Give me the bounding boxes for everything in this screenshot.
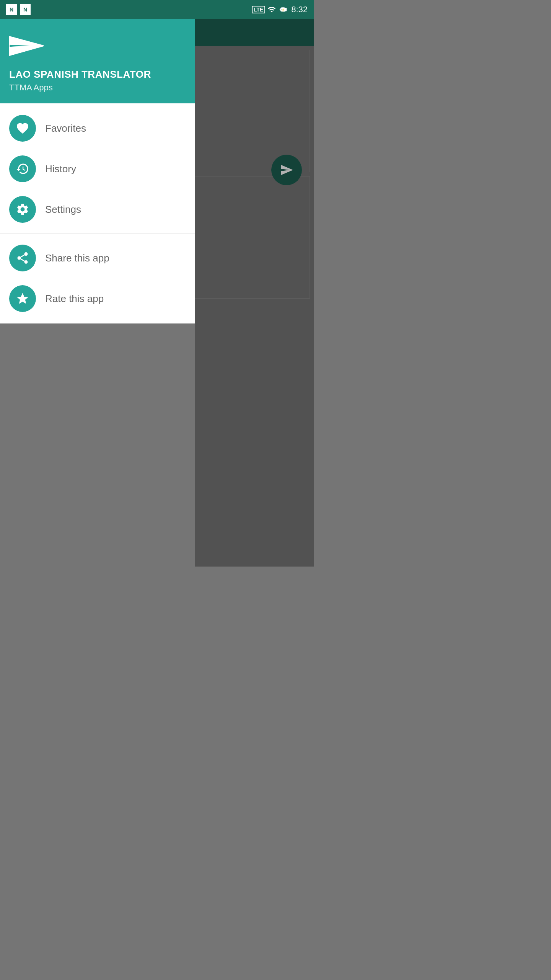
svg-rect-0 (285, 8, 286, 10)
settings-label: Settings (45, 204, 81, 216)
paper-plane-icon (9, 33, 44, 59)
app-container: SPANISH (0, 19, 314, 567)
drawer-divider (0, 234, 195, 234)
menu-item-settings[interactable]: Settings (0, 189, 195, 230)
favorites-label: Favorites (45, 122, 86, 134)
status-bar-right: LTE ⚡ 8:32 (252, 5, 308, 15)
status-bar: N N LTE ⚡ 8:32 (0, 0, 314, 19)
lte-icon: LTE (252, 6, 265, 13)
star-icon (16, 292, 29, 305)
drawer-menu: Favorites History Settings (0, 103, 195, 323)
share-label: Share this app (45, 252, 109, 264)
share-icon (16, 251, 29, 265)
status-icons: LTE ⚡ (252, 5, 288, 14)
rate-label: Rate this app (45, 293, 104, 305)
drawer: LAO SPANISH TRANSLATOR TTMA Apps Favorit… (0, 19, 195, 567)
clock-icon (16, 162, 29, 176)
rate-icon-circle (9, 285, 36, 312)
notification-icon-1: N (6, 4, 17, 15)
menu-item-history[interactable]: History (0, 149, 195, 189)
heart-icon (16, 121, 29, 135)
history-label: History (45, 163, 76, 175)
app-title: LAO SPANISH TRANSLATOR (9, 69, 186, 80)
drawer-header: LAO SPANISH TRANSLATOR TTMA Apps (0, 19, 195, 103)
settings-icon-circle (9, 196, 36, 223)
app-logo (9, 33, 186, 61)
favorites-icon-circle (9, 115, 36, 142)
menu-item-rate[interactable]: Rate this app (0, 278, 195, 319)
history-icon-circle (9, 155, 36, 182)
gear-icon (16, 203, 29, 216)
menu-item-share[interactable]: Share this app (0, 238, 195, 278)
menu-item-favorites[interactable]: Favorites (0, 108, 195, 149)
battery-icon: ⚡ (278, 5, 288, 14)
signal-icon (267, 5, 276, 14)
drawer-scrim[interactable] (195, 19, 314, 567)
status-time: 8:32 (291, 5, 308, 15)
notification-icon-2: N (20, 4, 31, 15)
app-subtitle: TTMA Apps (9, 83, 186, 93)
svg-text:⚡: ⚡ (282, 8, 285, 11)
share-icon-circle (9, 245, 36, 271)
status-bar-left: N N (6, 4, 31, 15)
